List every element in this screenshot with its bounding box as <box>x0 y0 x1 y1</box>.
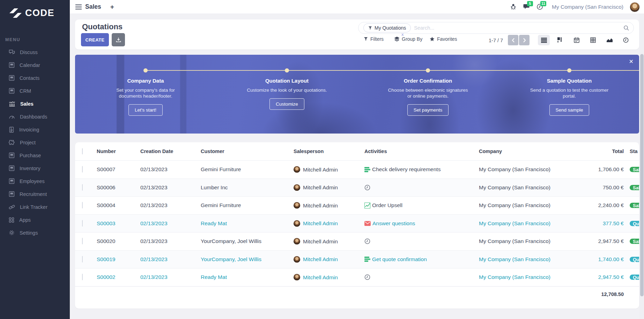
search-bar[interactable]: My Quotations Search... x <box>358 22 634 34</box>
activity-cell[interactable]: Answer questions <box>364 220 415 227</box>
sidebar-item-settings[interactable]: Settings <box>0 226 70 239</box>
view-switch-kanban[interactable] <box>554 35 566 45</box>
scrollbar-thumb[interactable] <box>640 54 644 296</box>
sidebar-item-purchase[interactable]: Purchase <box>0 149 70 162</box>
banner-close-icon[interactable]: ✕ <box>628 57 635 66</box>
table-row[interactable]: S00002 02/13/2023 Ready Mat Mitchell Adm… <box>75 268 639 286</box>
sidebar-item-employees[interactable]: Employees <box>0 175 70 188</box>
table-row[interactable]: S00019 02/13/2023 YourCompany, Joel Will… <box>75 250 639 268</box>
search-facet-chip[interactable]: My Quotations <box>363 23 411 32</box>
pagination-range: 1-7 / 7 <box>489 38 503 43</box>
company-name: My Company (San Francisco) <box>479 184 550 191</box>
column-header-company[interactable]: Company <box>479 149 502 154</box>
sidebar-item-label: Project <box>20 140 36 145</box>
view-switch-pivot[interactable] <box>587 35 599 45</box>
row-checkbox[interactable] <box>82 202 83 208</box>
bug-icon[interactable] <box>510 3 517 10</box>
status-badge: Sal <box>630 167 639 172</box>
activity-cell[interactable]: Order Upsell <box>364 202 402 208</box>
pagination-next-button[interactable] <box>519 35 530 45</box>
view-switch-list[interactable] <box>538 35 550 45</box>
activity-cell[interactable]: Get quote confirmation <box>364 256 427 263</box>
column-header-activities[interactable]: Activities <box>364 149 387 154</box>
new-tab-plus-button[interactable]: + <box>110 3 114 11</box>
user-avatar[interactable] <box>630 2 640 12</box>
column-header-salesperson[interactable]: Salesperson <box>294 149 324 154</box>
envelope-icon <box>364 221 371 226</box>
footer-total: 12,708.50 <box>557 291 624 297</box>
sidebar-item-inventory[interactable]: Inventory <box>0 162 70 175</box>
sidebar-item-invoicing[interactable]: $ Invoicing <box>0 123 70 136</box>
salesperson-avatar <box>294 220 300 227</box>
table-row[interactable]: S00006 02/13/2023 Lumber Inc Mitchell Ad… <box>75 179 639 197</box>
sidebar-item-link-tracker[interactable]: Link Tracker <box>0 200 70 213</box>
sidebar-item-dashboards[interactable]: Dashboards <box>0 110 70 123</box>
row-checkbox[interactable] <box>82 166 83 173</box>
topbar-app-name[interactable]: Sales <box>85 3 101 10</box>
table-row[interactable]: S00004 02/13/2023 Gemini Furniture Mitch… <box>75 196 639 214</box>
sidebar-item-project[interactable]: Project <box>0 136 70 149</box>
activity-label: Answer questions <box>372 220 415 227</box>
app-window: CODE MENU Discuss Calendar Contacts CRM … <box>0 0 644 319</box>
activity-cell[interactable]: Check delivery requirements <box>364 166 441 173</box>
row-checkbox[interactable] <box>82 238 83 244</box>
total-amount: 750.00 € <box>557 184 624 191</box>
view-switch-calendar[interactable] <box>571 35 583 45</box>
tasks-icon <box>364 167 370 172</box>
filters-button[interactable]: Filters <box>364 36 384 42</box>
chart-up-icon <box>364 203 370 208</box>
export-download-button[interactable] <box>112 33 125 46</box>
view-switch-activity[interactable] <box>620 35 632 45</box>
activity-cell[interactable] <box>364 184 370 190</box>
sidebar-item-crm[interactable]: CRM <box>0 84 70 97</box>
row-checkbox[interactable] <box>82 184 83 191</box>
sidebar-item-recruitment[interactable]: Recruitment <box>0 188 70 200</box>
placeholder-image-icon <box>9 75 15 81</box>
vertical-scrollbar[interactable] <box>639 14 644 319</box>
sidebar-item-label: Apps <box>19 217 31 223</box>
clock-icon <box>364 184 370 190</box>
calendar-view-icon <box>574 37 579 43</box>
gauge-icon <box>9 114 15 120</box>
create-button[interactable]: CREATE <box>81 33 109 46</box>
sidebar-item-sales[interactable]: Sales <box>0 97 70 110</box>
table-row[interactable]: S00020 02/13/2023 YourCompany, Joel Will… <box>75 232 639 250</box>
messages-icon[interactable]: 5 <box>523 3 530 10</box>
sidebar-item-label: Calendar <box>20 62 40 68</box>
row-checkbox[interactable] <box>82 220 83 227</box>
pagination-prev-button[interactable] <box>508 35 518 45</box>
table-row[interactable]: S00003 02/13/2023 Ready Mat Mitchell Adm… <box>75 214 639 233</box>
sidebar-item-discuss[interactable]: Discuss <box>0 46 70 59</box>
activity-cell[interactable] <box>364 238 370 244</box>
sidebar-item-apps[interactable]: Apps <box>0 213 70 226</box>
set-payments-button[interactable]: Set payments <box>407 104 449 116</box>
group-by-button[interactable]: Group By <box>394 36 422 42</box>
column-header-status[interactable]: Sta <box>630 149 638 154</box>
row-checkbox[interactable] <box>82 274 83 280</box>
column-header-total[interactable]: Total <box>557 149 624 154</box>
creation-date: 02/13/2023 <box>140 256 168 263</box>
salesperson-name: Mitchell Admin <box>303 256 338 263</box>
kanban-view-icon <box>557 37 563 43</box>
select-all-checkbox[interactable] <box>82 148 83 154</box>
activity-clock-icon[interactable]: 11 <box>536 3 543 10</box>
view-switch-graph[interactable] <box>604 35 615 45</box>
favorites-button[interactable]: Favorites <box>430 36 457 42</box>
send-sample-button[interactable]: Send sample <box>549 104 590 116</box>
activity-cell[interactable] <box>364 274 370 280</box>
customer-name: YourCompany, Joel Willis <box>201 256 261 263</box>
search-icon[interactable] <box>623 25 629 31</box>
table-row[interactable]: S00007 02/13/2023 Gemini Furniture Mitch… <box>75 160 639 179</box>
app-logo[interactable]: CODE <box>0 0 70 18</box>
customize-button[interactable]: Customize <box>269 98 304 110</box>
column-header-creation-date[interactable]: Creation Date <box>140 149 173 154</box>
sidebar-item-calendar[interactable]: Calendar <box>0 59 70 71</box>
company-switcher[interactable]: My Company (San Francisco) <box>552 4 623 10</box>
sidebar-item-contacts[interactable]: Contacts <box>0 71 70 84</box>
column-header-number[interactable]: Number <box>97 149 116 154</box>
hamburger-menu-icon[interactable] <box>75 5 82 9</box>
row-checkbox[interactable] <box>82 256 83 263</box>
column-header-customer[interactable]: Customer <box>201 149 224 154</box>
lets-start-button[interactable]: Let's start! <box>128 104 163 116</box>
quotation-number: S00006 <box>97 184 115 191</box>
